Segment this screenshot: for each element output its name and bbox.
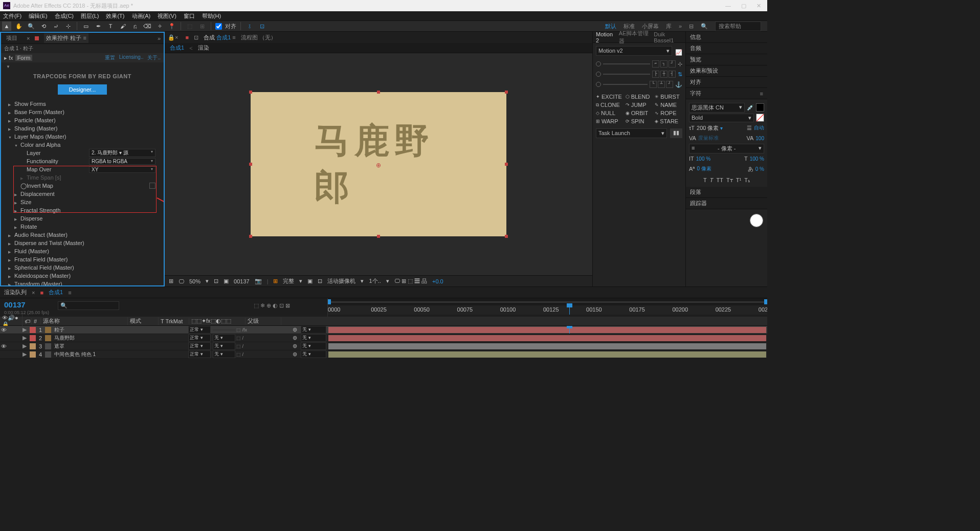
handle-br[interactable] <box>505 235 508 238</box>
workspace-default[interactable]: 默认 <box>605 23 616 30</box>
workspace-small[interactable]: 小屏幕 <box>642 23 659 30</box>
handle-bl[interactable] <box>249 235 252 238</box>
zoom-tool[interactable]: 🔍 <box>27 21 36 31</box>
motion-preset-dropdown[interactable]: Motion v2▾ <box>596 46 672 56</box>
anchor-icon[interactable]: ⊹ <box>678 61 682 68</box>
switches[interactable]: ⬚ / <box>236 336 293 341</box>
exposure-value[interactable]: +0.0 <box>432 278 443 284</box>
layer-name[interactable]: 遮罩 <box>52 343 187 350</box>
blend-mode[interactable]: 正常 ▾ <box>188 334 211 342</box>
trkmat[interactable] <box>213 329 235 330</box>
tab-flowchart[interactable]: 流程图 （无） <box>241 34 276 41</box>
leading-value[interactable]: 自动 <box>754 124 764 131</box>
vscale-value[interactable]: 100 % <box>696 156 710 162</box>
selection-tool[interactable]: ▲ <box>2 21 11 31</box>
align-btn[interactable]: ⌐ <box>652 60 659 68</box>
designer-button[interactable]: Designer... <box>58 84 107 95</box>
workspace-more-icon[interactable]: » <box>679 23 682 29</box>
parent-dropdown[interactable]: 无 ▾ <box>301 350 326 358</box>
workspace-standard[interactable]: 标准 <box>623 23 635 30</box>
task-dropdown[interactable]: Task Launch▾ <box>596 128 667 138</box>
prop-fluid[interactable]: Fluid (Master) <box>14 248 159 254</box>
baseline-value[interactable]: 0 像素 <box>697 165 711 172</box>
slider-dot[interactable] <box>596 72 601 77</box>
layer-bar[interactable] <box>328 343 766 349</box>
name-button[interactable]: ✎ NAME <box>655 102 682 108</box>
tab-effect-controls[interactable]: 效果控件 粒子 ≡ <box>44 33 88 43</box>
prop-color-alpha[interactable]: Color and Alpha <box>20 142 159 148</box>
prop-rotate[interactable]: Rotate <box>20 224 159 230</box>
trkmat[interactable]: 无 ▾ <box>213 334 235 342</box>
warp-button[interactable]: ⊞ WARP <box>596 118 623 124</box>
label-color[interactable] <box>30 327 36 333</box>
views-dropdown[interactable]: 1个.. <box>369 277 381 285</box>
orbit-tool[interactable]: ⟲ <box>39 21 48 31</box>
prop-audio-react[interactable]: Audio React (Master) <box>14 232 159 238</box>
prop-disperse-twist[interactable]: Disperse and Twist (Master) <box>14 240 159 246</box>
snap-icon[interactable]: ⫱ <box>245 21 254 31</box>
panel-character[interactable]: 字符≡ <box>686 88 767 99</box>
breadcrumb-comp[interactable]: 合成1 <box>170 44 184 52</box>
label-color[interactable] <box>30 343 36 349</box>
panel-preview[interactable]: 预览 <box>686 54 767 65</box>
graph-icon[interactable]: 📈 <box>675 49 682 56</box>
screen-icon[interactable]: 🖵 <box>179 278 184 284</box>
slider-dot[interactable] <box>596 61 601 67</box>
layer-bar[interactable] <box>328 327 766 333</box>
menu-layer[interactable]: 图层(L) <box>81 12 99 20</box>
menu-file[interactable]: 文件(F) <box>3 12 21 20</box>
panel-menu-icon[interactable]: » <box>158 35 161 41</box>
visibility-toggle[interactable]: 👁 <box>0 343 7 349</box>
workspace-reset-icon[interactable]: ⊟ <box>689 23 694 30</box>
work-area-end[interactable] <box>764 299 767 304</box>
parent-dropdown[interactable]: 无 ▾ <box>301 334 326 342</box>
panel-info[interactable]: 信息 <box>686 32 767 43</box>
fx-toggle-icon[interactable]: ▸ fx <box>4 55 13 61</box>
text-tool[interactable]: T <box>106 21 115 31</box>
prop-spherical-field[interactable]: Spherical Field (Master) <box>14 264 159 271</box>
expand-icon[interactable]: ▶ <box>23 343 29 349</box>
font-family-dropdown[interactable]: 思源黑体 CN▾ <box>689 103 745 113</box>
menu-effect[interactable]: 效果(T) <box>106 12 124 20</box>
timeline-icons[interactable]: ⬚ ❄ ⊕ ◐ ⊡ ⊠ <box>254 302 290 308</box>
work-area-start[interactable] <box>328 299 331 304</box>
label-color[interactable] <box>30 335 36 341</box>
chevron-down-icon[interactable]: ▾ <box>206 278 209 284</box>
label-color[interactable] <box>30 351 36 358</box>
subscript-button[interactable]: T₁ <box>744 177 750 184</box>
floating-badge[interactable] <box>750 214 763 227</box>
rotate-tool[interactable]: ⤾ <box>51 21 60 31</box>
align-btn[interactable]: ┴ <box>658 81 665 88</box>
panel-paragraph[interactable]: 段落 <box>686 187 767 198</box>
prop-particle[interactable]: Particle (Master) <box>14 117 159 123</box>
trkmat[interactable]: 无 ▾ <box>213 342 235 350</box>
effect-name[interactable]: Form <box>15 55 33 61</box>
close-button[interactable]: ✕ <box>756 3 761 9</box>
rope-button[interactable]: ∿ ROPE <box>655 110 682 116</box>
slider-dot[interactable] <box>596 82 601 87</box>
zoom-value[interactable]: 50% <box>189 278 201 284</box>
panel-tracker[interactable]: 跟踪器 <box>686 198 767 209</box>
roto-tool[interactable]: ✧ <box>155 21 164 31</box>
layer-dropdown[interactable]: 2. 马鹿野郎 ▾ 源 <box>89 149 155 157</box>
workspace-lib[interactable]: 库 <box>666 23 672 30</box>
task-go-button[interactable]: ▮▮ <box>670 128 682 138</box>
tab-project[interactable]: 项目 <box>4 33 19 43</box>
timeline-row[interactable]: 👁 ▶ 3 遮罩 正常 ▾ 无 ▾ ⬚ / ⊚ 无 ▾ <box>0 342 767 350</box>
close-tab-icon[interactable]: × <box>27 35 30 41</box>
camera-dropdown[interactable]: 活动摄像机 <box>327 277 355 285</box>
tab-render-queue[interactable]: 渲染队列 <box>4 289 27 296</box>
tab-composition[interactable]: 合成 合成1 ≡ <box>204 34 236 41</box>
anchor-icon[interactable]: ⚓ <box>675 81 682 88</box>
puppet-tool[interactable]: 📍 <box>167 21 176 31</box>
handle-bc[interactable] <box>377 235 380 238</box>
slider-track[interactable] <box>603 63 650 64</box>
font-weight-dropdown[interactable]: Bold▾ <box>689 114 754 122</box>
playhead[interactable] <box>569 305 570 315</box>
menu-anim[interactable]: 动画(A) <box>132 12 151 20</box>
resolution-dropdown[interactable]: 完整 <box>283 277 294 285</box>
prop-fractal-field[interactable]: Fractal Field (Master) <box>14 256 159 262</box>
expand-icon[interactable]: ▶ <box>23 351 29 358</box>
brush-tool[interactable]: 🖌 <box>118 21 127 31</box>
prop-base-form[interactable]: Base Form (Master) <box>14 109 159 115</box>
